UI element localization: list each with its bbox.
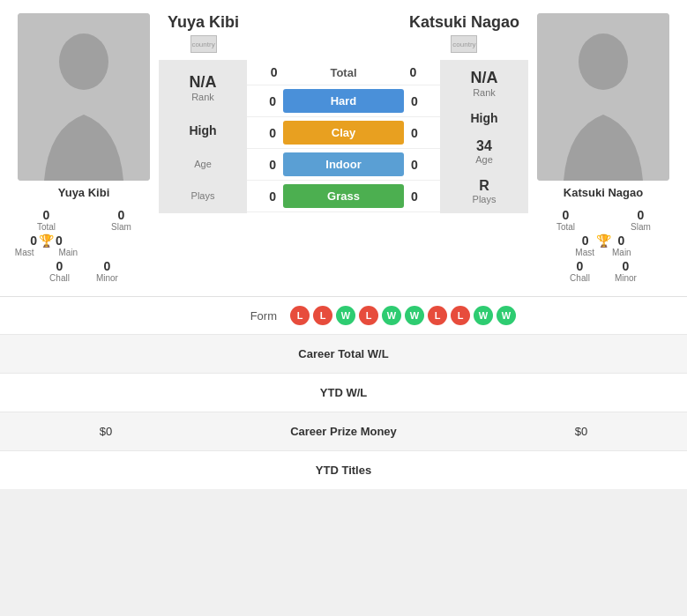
left-minor-label: Minor [96, 273, 118, 283]
left-total-value: 0 [43, 208, 50, 222]
right-stat-mast: 0 🏆 0 Mast Main [533, 234, 674, 257]
left-player-avatar [18, 13, 150, 181]
right-slam-label: Slam [631, 222, 651, 232]
left-age-block: Age [194, 159, 212, 169]
left-main-value: 0 [56, 234, 63, 248]
right-rank-block: N/A Rank [471, 69, 498, 98]
grass-row: 0 Grass 0 [247, 181, 440, 212]
left-plays-block: Plays [191, 190, 215, 201]
clay-score-left: 0 [254, 126, 276, 140]
left-stat-total: 0 Total [13, 208, 79, 232]
left-chall-label: Chall [49, 273, 70, 283]
right-main-label: Main [612, 248, 631, 257]
form-section: Form LLWLWWLLWW Career Total W/L YTD W/L… [0, 296, 687, 489]
main-container: Yuya Kibi 0 Total 0 Slam 0 🏆 0 [0, 0, 687, 489]
clay-score-right: 0 [411, 126, 433, 140]
svg-point-3 [579, 33, 628, 90]
right-stat-total: 0 Total [533, 208, 599, 232]
hard-score-right: 0 [411, 94, 433, 108]
surface-col: 0 Total 0 0 Hard 0 0 Clay 0 [247, 60, 440, 213]
form-badge-l: L [428, 306, 447, 325]
prize-value-left: $0 [18, 425, 194, 438]
right-age-value: 34 [476, 138, 492, 154]
left-rank-value: N/A [190, 73, 217, 92]
center-panel: Yuya Kibi country Katsuki Nagao country [159, 13, 528, 283]
right-total-value: 0 [563, 208, 570, 222]
left-chall-value: 0 [56, 259, 63, 273]
indoor-row: 0 Indoor 0 [247, 149, 440, 181]
right-flag-name: Katsuki Nagao country [409, 13, 519, 53]
player-comparison: Yuya Kibi 0 Total 0 Slam 0 🏆 0 [0, 0, 687, 296]
prize-value-right: $0 [493, 425, 669, 438]
form-badge-l: L [313, 306, 332, 325]
left-player-name-center: Yuya Kibi [168, 13, 239, 32]
right-minor-value: 0 [623, 259, 630, 273]
indoor-score-right: 0 [411, 158, 433, 172]
left-player-panel: Yuya Kibi 0 Total 0 Slam 0 🏆 0 [9, 13, 159, 283]
player-names-row: Yuya Kibi country Katsuki Nagao country [159, 13, 528, 53]
form-badge-w: W [336, 306, 355, 325]
left-high-value: High [189, 123, 216, 137]
grass-score-right: 0 [411, 189, 433, 204]
left-main-label: Main [58, 248, 78, 257]
left-slam-value: 0 [118, 208, 125, 222]
right-slam-value: 0 [638, 208, 645, 222]
right-high-value: High [470, 111, 497, 125]
right-chall-label: Chall [570, 273, 590, 283]
right-player-name-label: Katsuki Nagao [564, 186, 643, 199]
left-age-label: Age [194, 159, 212, 169]
right-player-avatar [537, 13, 669, 181]
right-flag: country [451, 35, 477, 53]
right-age-block: 34 Age [475, 138, 493, 165]
ytd-label: YTD W/L [18, 386, 669, 399]
left-player-stats-grid: 0 Total 0 Slam 0 🏆 0 Mast Main [9, 208, 159, 283]
right-mast-label: Mast [575, 248, 594, 257]
right-player-panel: Katsuki Nagao 0 Total 0 Slam 0 🏆 0 [528, 13, 678, 283]
left-player-name-label: Yuya Kibi [58, 186, 110, 199]
grass-score-left: 0 [254, 189, 276, 204]
form-badge-w: W [474, 306, 493, 325]
right-plays-value: R [479, 178, 489, 194]
right-plays-label: Plays [473, 194, 497, 204]
total-label: Total [330, 66, 356, 79]
right-mast-value: 0 [582, 234, 589, 248]
career-total-row: Career Total W/L [0, 335, 687, 374]
form-badges: LLWLWWLLWW [290, 306, 516, 325]
indoor-score-left: 0 [254, 158, 276, 172]
form-badge-w: W [405, 306, 424, 325]
left-trophy-icon: 🏆 [39, 234, 54, 248]
left-stat-slam: 0 Slam [88, 208, 154, 232]
left-rank-label: Rank [191, 92, 214, 102]
left-mast-label: Mast [15, 248, 34, 257]
hard-score-left: 0 [254, 94, 276, 108]
form-badge-w: W [497, 306, 516, 325]
left-flag-name: Yuya Kibi country [168, 13, 239, 53]
form-label: Form [171, 309, 277, 323]
clay-row: 0 Clay 0 [247, 117, 440, 149]
clay-button[interactable]: Clay [283, 121, 404, 145]
left-stat-chall: 0 Chall 0 Minor [13, 259, 154, 283]
right-stat-chall: 0 Chall 0 Minor [533, 259, 674, 283]
right-info-col: N/A Rank High 34 Age R Plays [440, 60, 528, 213]
prize-label: Career Prize Money [194, 425, 493, 438]
left-plays-label: Plays [191, 190, 215, 201]
right-stat-slam: 0 Slam [608, 208, 674, 232]
indoor-button[interactable]: Indoor [283, 152, 404, 176]
right-rank-value: N/A [471, 69, 498, 87]
right-main-value: 0 [618, 234, 625, 248]
right-trophy-icon: 🏆 [596, 234, 611, 248]
form-badge-l: L [290, 306, 310, 325]
left-info-col: N/A Rank High Age Plays [159, 60, 247, 213]
left-avatar-silhouette [18, 13, 150, 181]
right-minor-label: Minor [615, 273, 637, 283]
right-age-label: Age [475, 154, 493, 165]
left-rank-block: N/A Rank [190, 73, 217, 102]
right-avatar-silhouette [537, 13, 669, 181]
titles-label: YTD Titles [18, 464, 669, 477]
prize-row: $0 Career Prize Money $0 [0, 412, 687, 451]
right-total-label: Total [556, 222, 575, 232]
hard-button[interactable]: Hard [283, 89, 404, 113]
form-badge-w: W [382, 306, 401, 325]
total-score-right: 0 [410, 65, 417, 79]
grass-button[interactable]: Grass [283, 184, 404, 208]
